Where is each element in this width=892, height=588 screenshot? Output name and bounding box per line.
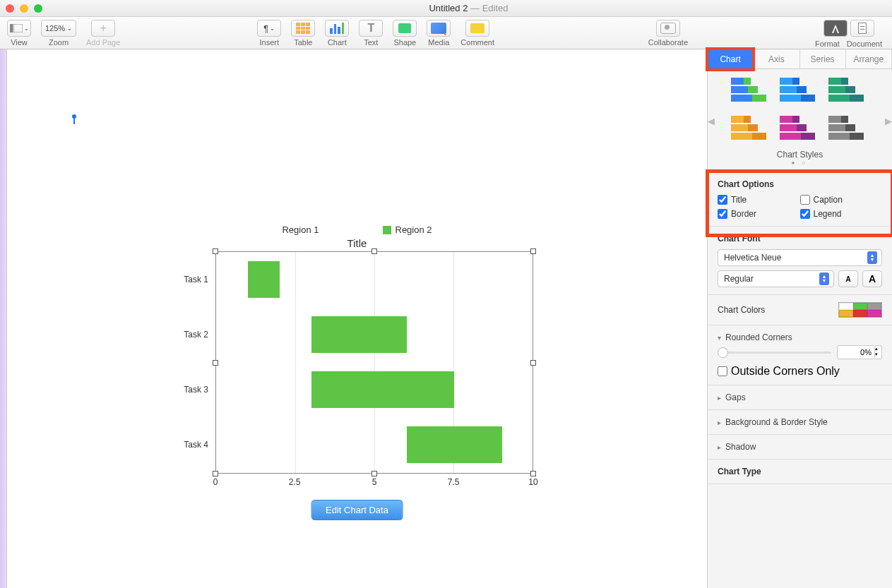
chart-button[interactable] — [325, 20, 349, 37]
font-weight-select[interactable]: Regular▴▾ — [718, 270, 834, 287]
media-button[interactable] — [427, 20, 451, 37]
chart-title[interactable]: Title — [7, 237, 707, 249]
bg-border-disclosure[interactable]: Background & Border Style — [718, 417, 882, 427]
gaps-disclosure[interactable]: Gaps — [718, 392, 882, 402]
rounded-corners-stepper[interactable]: ▴▾ — [875, 345, 882, 359]
minimize-window-icon[interactable] — [20, 4, 28, 13]
bar-task3[interactable] — [311, 371, 454, 408]
checkbox-border[interactable]: Border — [718, 209, 800, 219]
selection-handle[interactable] — [371, 471, 377, 476]
comment-button[interactable] — [465, 20, 489, 37]
chart-style-thumb[interactable] — [731, 76, 772, 107]
font-size-smaller-button[interactable]: A — [838, 270, 858, 287]
rounded-corners-value[interactable]: 0% — [837, 345, 875, 359]
chart-style-thumb[interactable] — [780, 76, 821, 107]
add-page-button[interactable]: + — [91, 20, 115, 37]
document-canvas[interactable]: Region 1 Region 2 Title — [7, 49, 707, 588]
rounded-corners-panel: Rounded Corners 0% ▴▾ Outside Corners On… — [708, 325, 892, 385]
chart-options-heading: Chart Options — [718, 179, 882, 189]
bar-task2[interactable] — [311, 316, 407, 353]
legend-label-region2: Region 2 — [396, 224, 432, 235]
shadow-panel: Shadow — [708, 434, 892, 459]
selection-handle[interactable] — [530, 471, 536, 476]
edit-chart-data-button[interactable]: Edit Chart Data — [311, 500, 403, 520]
tab-series[interactable]: Series — [800, 49, 846, 68]
bar-task4[interactable] — [407, 426, 502, 463]
selection-handle[interactable] — [530, 248, 536, 254]
font-family-select[interactable]: Helvetica Neue▴▾ — [718, 249, 882, 266]
y-label-task1: Task 1 — [166, 275, 208, 284]
styles-next-icon[interactable]: ▶ — [885, 115, 892, 126]
chart-font-panel: Chart Font Helvetica Neue▴▾ Regular▴▾ A … — [708, 226, 892, 294]
insert-label: Insert — [260, 38, 280, 47]
text-button[interactable]: T — [359, 20, 383, 37]
insertion-cursor-icon — [72, 114, 76, 124]
chart-style-thumb[interactable] — [828, 114, 869, 145]
selection-handle[interactable] — [371, 248, 377, 254]
font-size-larger-button[interactable]: A — [862, 270, 882, 287]
shape-button[interactable] — [393, 20, 417, 37]
document-status: — Edited — [470, 3, 509, 13]
comment-label: Comment — [460, 38, 494, 47]
chart-style-thumb[interactable] — [731, 114, 772, 145]
legend-swatch-region2 — [383, 226, 391, 234]
media-label: Media — [428, 38, 449, 47]
legend-item-region2[interactable]: Region 2 — [383, 224, 432, 235]
traffic-lights — [6, 4, 42, 13]
checkbox-title[interactable]: Title — [718, 195, 800, 205]
chart-plot-area[interactable] — [215, 251, 533, 474]
chart-options-panel: Chart Options Title Caption Border Legen… — [708, 172, 892, 226]
chart-type-heading: Chart Type — [718, 467, 882, 476]
document-button[interactable] — [850, 20, 874, 37]
rounded-corners-disclosure[interactable]: Rounded Corners — [718, 332, 882, 342]
y-label-task4: Task 4 — [166, 440, 208, 450]
collaborate-button[interactable] — [656, 20, 680, 37]
shadow-disclosure[interactable]: Shadow — [718, 442, 882, 452]
shape-label: Shape — [393, 38, 416, 47]
selection-handle[interactable] — [213, 248, 218, 254]
close-window-icon[interactable] — [6, 4, 14, 13]
rounded-corners-slider[interactable] — [718, 352, 831, 354]
chart-colors-picker[interactable] — [838, 302, 882, 318]
zoom-select[interactable]: 125%⌄ — [41, 20, 76, 37]
document-label: Document — [847, 40, 882, 48]
y-label-task2: Task 2 — [166, 330, 208, 340]
chart-legend[interactable]: Region 1 Region 2 — [7, 224, 707, 235]
checkbox-legend[interactable]: Legend — [800, 209, 883, 219]
selection-handle[interactable] — [213, 360, 218, 366]
zoom-label: Zoom — [49, 38, 69, 47]
view-button[interactable]: ⌄ — [7, 20, 31, 37]
tab-arrange[interactable]: Arrange — [846, 49, 892, 68]
format-label: Format — [815, 40, 840, 48]
selection-handle[interactable] — [530, 360, 536, 366]
zoom-window-icon[interactable] — [34, 4, 42, 13]
x-label-1: 2.5 — [289, 477, 301, 487]
x-label-3: 7.5 — [448, 477, 460, 487]
view-label: View — [11, 38, 28, 47]
table-label: Table — [294, 38, 312, 47]
svg-rect-1 — [13, 24, 23, 32]
tab-axis[interactable]: Axis — [754, 49, 799, 68]
chart-type-panel: Chart Type — [708, 459, 892, 484]
tab-chart[interactable]: Chart — [708, 49, 754, 68]
chart-style-thumb[interactable] — [780, 114, 821, 145]
checkbox-caption[interactable]: Caption — [800, 195, 883, 205]
format-sidebar: Chart Axis Series Arrange ◀ ▶ — [707, 49, 892, 588]
chart-colors-heading: Chart Colors — [718, 305, 765, 315]
table-button[interactable] — [291, 20, 315, 37]
bar-task1[interactable] — [248, 261, 280, 298]
window-titlebar: Untitled 2 — Edited — [0, 0, 892, 17]
insert-button[interactable]: ¶⌄ — [257, 20, 281, 37]
chart-colors-panel: Chart Colors — [708, 294, 892, 325]
checkbox-outside-corners[interactable]: Outside Corners Only — [718, 365, 882, 378]
selection-handle[interactable] — [213, 471, 218, 476]
svg-rect-0 — [10, 24, 13, 32]
chart-label: Chart — [328, 38, 347, 47]
styles-prev-icon[interactable]: ◀ — [708, 115, 715, 126]
toolbar: ⌄ View 125%⌄ Zoom + Add Page ¶⌄ Insert T… — [0, 17, 892, 49]
format-button[interactable] — [823, 20, 848, 37]
chart-style-thumb[interactable] — [828, 76, 869, 107]
legend-item-region1[interactable]: Region 1 — [282, 224, 319, 235]
x-label-0: 0 — [213, 477, 218, 487]
styles-page-dots[interactable]: ● ○ — [716, 160, 884, 166]
